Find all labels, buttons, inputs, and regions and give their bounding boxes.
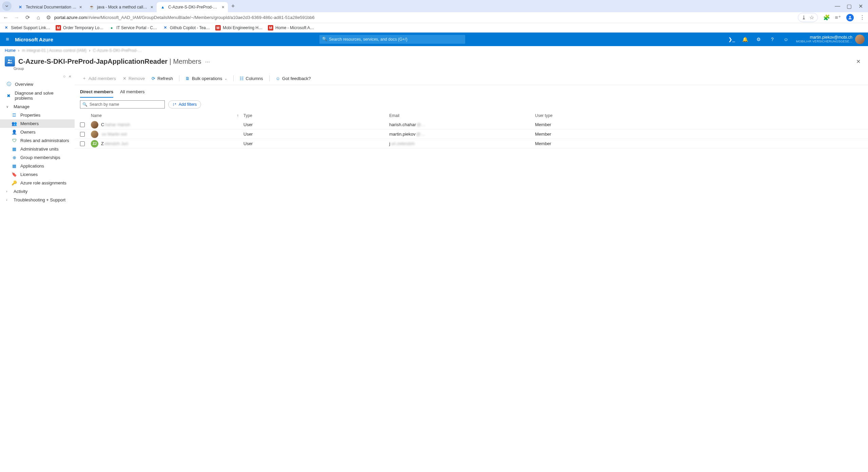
- menu-diagnose[interactable]: ✖Diagnose and solve problems: [0, 89, 75, 102]
- menu-groupmemb[interactable]: ⊕Group memberships: [0, 153, 75, 162]
- reload-button[interactable]: ⟳: [24, 14, 31, 21]
- avatar: [91, 121, 98, 129]
- menu-licenses[interactable]: 🔖Licenses: [0, 170, 75, 179]
- browser-tab-1[interactable]: ☕ java - Mock a method call call… ×: [85, 2, 157, 12]
- account-menu[interactable]: martin.piekov@mobi.ch MOBILIAR VERSICHER…: [793, 35, 868, 44]
- blade-close-button[interactable]: ✕: [853, 57, 863, 66]
- menu-adminunits[interactable]: ▦Administrative units: [0, 145, 75, 153]
- new-tab-button[interactable]: +: [228, 3, 238, 10]
- menu-azroles[interactable]: 🔑Azure role assignments: [0, 179, 75, 187]
- pin-icon[interactable]: ○: [63, 74, 65, 79]
- search-tabs-button[interactable]: [2, 1, 12, 11]
- user-tenant: MOBILIAR VERSICHERUNGSGESE…: [796, 40, 852, 43]
- help-icon[interactable]: ?: [766, 33, 779, 46]
- feedback-icon[interactable]: ☺: [779, 33, 793, 46]
- chevron-right-icon: ›: [6, 190, 10, 193]
- bookmark-item[interactable]: MOrder Temporary Lo…: [56, 25, 103, 31]
- bookmark-item[interactable]: ✕Github Copilot - Tea…: [162, 25, 210, 31]
- group-side-menu: ○ « ⓘOverview ✖Diagnose and solve proble…: [0, 72, 75, 472]
- browser-tab-0[interactable]: ✕ Technical Documentation - Sie… ×: [14, 2, 85, 12]
- tab-direct-members[interactable]: Direct members: [80, 88, 113, 98]
- maximize-button[interactable]: ▢: [846, 3, 852, 9]
- col-email[interactable]: Email: [389, 113, 535, 118]
- menu-apps[interactable]: ▦Applications: [0, 162, 75, 170]
- svg-point-2: [10, 60, 12, 61]
- page-actions-pill[interactable]: ⤓ ☆: [798, 13, 818, 22]
- bookmark-item[interactable]: MMobi Engineering H…: [215, 25, 262, 31]
- menu-manage-header[interactable]: ∨Manage: [0, 102, 75, 111]
- table-row[interactable]: ov Martin ext User martin.piekov@… Membe…: [75, 130, 868, 139]
- close-icon[interactable]: ×: [222, 4, 224, 10]
- menu-members[interactable]: 👥Members: [0, 119, 75, 128]
- close-icon[interactable]: ×: [151, 4, 153, 10]
- crumb-home[interactable]: Home: [5, 48, 16, 53]
- remove-button[interactable]: ✕Remove: [120, 75, 147, 82]
- columns-button[interactable]: ☷Columns: [237, 75, 266, 82]
- settings-icon[interactable]: ⚙: [752, 33, 766, 46]
- refresh-button[interactable]: ⟳Refresh: [149, 75, 176, 82]
- portal-menu-button[interactable]: ≡: [0, 36, 15, 42]
- menu-roles[interactable]: 🛡Roles and administrators: [0, 136, 75, 145]
- omnibox[interactable]: ⚙ portal.azure.com/#view/Microsoft_AAD_I…: [46, 13, 793, 22]
- applications-icon: ▦: [12, 163, 17, 169]
- separator: [269, 75, 270, 81]
- user-email: martin.piekov@mobi.ch: [796, 35, 852, 40]
- member-search-input[interactable]: 🔍 Search by name: [80, 100, 165, 109]
- sort-icon[interactable]: ↑: [237, 113, 243, 118]
- chevron-right-icon: ›: [6, 198, 10, 202]
- col-name[interactable]: Name: [91, 113, 237, 118]
- extensions-icon[interactable]: 🧩: [823, 14, 829, 21]
- feedback-button[interactable]: ☺Got feedback?: [273, 75, 314, 82]
- col-usertype[interactable]: User type: [535, 113, 863, 118]
- reading-list-icon[interactable]: ≡⁺: [835, 14, 841, 21]
- browser-tab-2[interactable]: ▲ C-Azure-S-DKI-PreProd-JapAp… ×: [157, 2, 228, 12]
- svg-point-0: [849, 16, 851, 18]
- azure-brand[interactable]: Microsoft Azure: [15, 37, 60, 42]
- window-controls: — ▢ ✕: [835, 3, 866, 9]
- profile-badge[interactable]: [846, 14, 854, 21]
- close-window-button[interactable]: ✕: [858, 3, 863, 9]
- minimize-button[interactable]: —: [835, 3, 840, 9]
- menu-overview[interactable]: ⓘOverview: [0, 79, 75, 89]
- add-members-button[interactable]: ＋Add members: [79, 74, 119, 83]
- bookmark-favicon: ✕: [162, 25, 168, 31]
- remove-icon: ✕: [123, 76, 126, 81]
- menu-owners[interactable]: 👤Owners: [0, 128, 75, 136]
- cloud-shell-icon[interactable]: ❯_: [725, 33, 738, 46]
- install-app-icon[interactable]: ⤓: [802, 14, 806, 21]
- bulk-operations-button[interactable]: 🗎Bulk operations⌄: [183, 75, 230, 82]
- diagnose-icon: ✖: [6, 93, 12, 98]
- back-button[interactable]: ←: [3, 15, 9, 21]
- home-button[interactable]: ⌂: [35, 15, 41, 21]
- plus-icon: ＋: [82, 75, 86, 81]
- tab-all-members[interactable]: All members: [120, 88, 144, 98]
- close-icon[interactable]: ×: [79, 4, 82, 10]
- collapse-menu-icon[interactable]: «: [69, 74, 71, 79]
- menu-properties[interactable]: ☲Properties: [0, 111, 75, 119]
- forward-button[interactable]: →: [14, 15, 20, 21]
- chrome-menu-button[interactable]: ⋮: [859, 14, 865, 21]
- table-row[interactable]: Chahar Harish User harish.chahar@… Membe…: [75, 120, 868, 130]
- menu-activity-header[interactable]: ›Activity: [0, 187, 75, 196]
- site-info-icon[interactable]: ⚙: [46, 14, 51, 21]
- row-checkbox[interactable]: [80, 141, 85, 146]
- row-checkbox[interactable]: [80, 122, 85, 127]
- add-filters-button[interactable]: ⫶⁺ Add filters: [168, 100, 201, 109]
- bookmark-item[interactable]: ✕Siebel Support Link…: [3, 25, 50, 31]
- blade-more-button[interactable]: ⋯: [203, 59, 212, 65]
- bookmark-item[interactable]: ●IT Service Portal - C…: [109, 25, 157, 31]
- table-row[interactable]: ZJZelendzh Juri User juri.zelendzh Membe…: [75, 139, 868, 149]
- notifications-icon[interactable]: 🔔: [738, 33, 752, 46]
- bookmark-item[interactable]: MHome - Microsoft A…: [268, 25, 314, 31]
- crumb-iam[interactable]: m integrat-01 | Access control (IAM): [22, 48, 87, 53]
- global-search[interactable]: 🔍: [319, 35, 465, 44]
- members-tabs: Direct members All members: [75, 85, 868, 98]
- col-type[interactable]: Type: [243, 113, 389, 118]
- crumb-group[interactable]: C-Azure-S-DKI-PreProd-…: [93, 48, 142, 53]
- filter-icon: ⫶⁺: [173, 102, 177, 107]
- tab-title: Technical Documentation - Sie…: [26, 5, 77, 9]
- global-search-input[interactable]: [319, 35, 465, 44]
- row-checkbox[interactable]: [80, 132, 85, 137]
- menu-trouble-header[interactable]: ›Troubleshooting + Support: [0, 196, 75, 204]
- bookmark-icon[interactable]: ☆: [809, 14, 814, 21]
